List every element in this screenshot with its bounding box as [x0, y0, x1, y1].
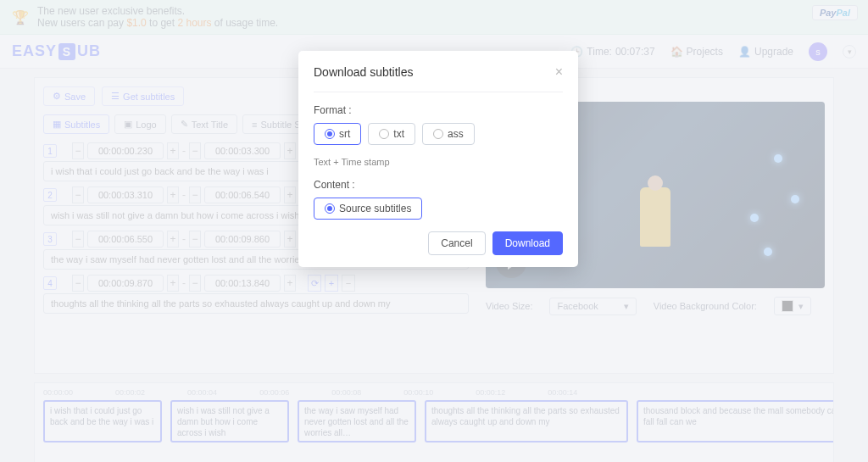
radio-icon [379, 129, 389, 139]
download-subtitles-modal: Download subtitles × Format : srt txt as… [298, 51, 578, 267]
close-icon[interactable]: × [555, 64, 563, 80]
format-option-txt[interactable]: txt [368, 123, 415, 145]
format-option-ass[interactable]: ass [422, 123, 475, 145]
radio-icon [325, 203, 335, 214]
format-option-srt[interactable]: srt [314, 123, 361, 145]
radio-icon [433, 129, 443, 139]
content-option-source[interactable]: Source subtitles [314, 198, 422, 220]
download-button[interactable]: Download [492, 231, 563, 255]
modal-title: Download subtitles [314, 65, 414, 79]
content-label: Content : [314, 179, 563, 191]
cancel-button[interactable]: Cancel [428, 231, 485, 255]
format-hint: Text + Time stamp [314, 157, 563, 167]
radio-icon [325, 129, 335, 139]
format-label: Format : [314, 104, 563, 116]
